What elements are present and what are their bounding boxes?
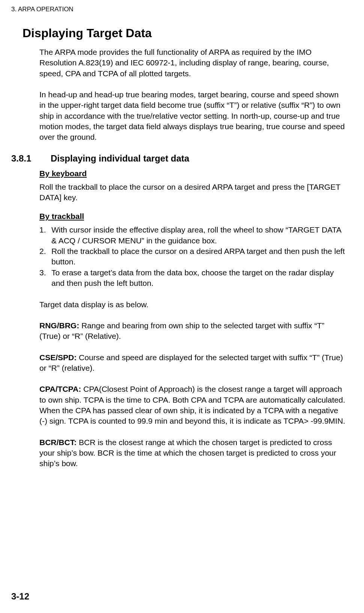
by-keyboard-text: Roll the trackball to place the cursor o… — [39, 182, 345, 203]
definition-text: Course and speed are displayed for the s… — [39, 353, 343, 372]
list-item: 2. Roll the trackball to place the curso… — [39, 246, 345, 267]
list-number: 2. — [39, 246, 51, 267]
definition-cse-spd: CSE/SPD: Course and speed are displayed … — [39, 352, 345, 374]
intro-paragraph-1: The ARPA mode provides the full function… — [39, 47, 345, 79]
definition-label: BCR/BCT: — [39, 438, 79, 447]
definition-text: BCR is the closest range at which the ch… — [39, 438, 336, 468]
section-heading: 3.8 Displaying Target Data — [11, 26, 349, 40]
display-intro: Target data display is as below. — [39, 299, 345, 310]
list-text: To erase a target’s data from the data b… — [51, 267, 345, 289]
list-text: With cursor inside the effective display… — [51, 225, 345, 246]
definition-text: Range and bearing from own ship to the s… — [39, 321, 324, 340]
list-text: Roll the trackball to place the cursor o… — [51, 246, 345, 267]
list-item: 1. With cursor inside the effective disp… — [39, 225, 345, 246]
by-trackball-heading: By trackball — [39, 212, 345, 221]
list-item: 3. To erase a target’s data from the dat… — [39, 267, 345, 289]
subsection-title: Displaying individual target data — [51, 153, 189, 164]
subsection-heading: 3.8.1 Displaying individual target data — [39, 153, 349, 164]
section-number: 3.8 — [0, 26, 23, 40]
definition-label: CSE/SPD: — [39, 353, 79, 362]
list-number: 1. — [39, 225, 51, 246]
section-title: Displaying Target Data — [23, 26, 152, 40]
definition-rng-brg: RNG/BRG: Range and bearing from own ship… — [39, 320, 345, 342]
by-keyboard-heading: By keyboard — [39, 169, 345, 178]
definition-label: RNG/BRG: — [39, 321, 81, 330]
definition-text: CPA(Closest Point of Approach) is the cl… — [39, 385, 345, 425]
list-number: 3. — [39, 267, 51, 289]
page-header: 3. ARPA OPERATION — [11, 6, 349, 13]
definition-bcr-bct: BCR/BCT: BCR is the closest range at whi… — [39, 437, 345, 469]
trackball-steps-list: 1. With cursor inside the effective disp… — [39, 225, 345, 288]
subsection-number: 3.8.1 — [11, 153, 51, 164]
page-number: 3-12 — [11, 591, 29, 602]
definition-cpa-tcpa: CPA/TCPA: CPA(Closest Point of Approach)… — [39, 384, 345, 426]
intro-paragraph-2: In head-up and head-up true bearing mode… — [39, 89, 345, 143]
definition-label: CPA/TCPA: — [39, 385, 83, 393]
